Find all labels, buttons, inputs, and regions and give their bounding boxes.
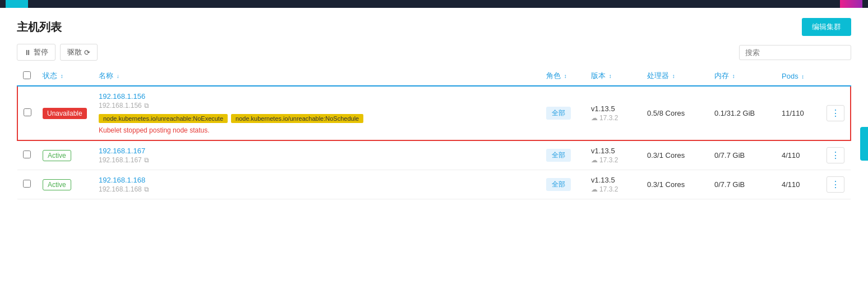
row-version-cell: v1.13.5☁ 17.3.2 bbox=[585, 170, 641, 199]
tags-row: node.kubernetes.io/unreachable:NoExecute… bbox=[99, 114, 535, 123]
status-badge: Unavailable bbox=[43, 108, 87, 119]
row-checkbox-1[interactable] bbox=[23, 151, 31, 158]
row-name-cell: 192.168.1.167192.168.1.167⧉ bbox=[93, 140, 541, 170]
ip-secondary: 192.168.1.168⧉ bbox=[99, 185, 535, 193]
page-header: 主机列表 编辑集群 bbox=[0, 8, 868, 44]
col-status-header[interactable]: 状态 ↕ bbox=[37, 66, 93, 86]
row-pods-cell: 11/110 bbox=[776, 86, 821, 140]
row-role-cell: 全部 bbox=[541, 140, 585, 170]
pause-icon: ⏸ bbox=[24, 48, 31, 57]
row-role-cell: 全部 bbox=[541, 86, 585, 140]
ip-secondary: 192.168.1.156⧉ bbox=[99, 102, 535, 110]
row-cpu-cell: 0.3/1 Cores bbox=[641, 170, 709, 199]
copy-icon[interactable]: ⧉ bbox=[144, 185, 149, 193]
table-row: Active192.168.1.167192.168.1.167⧉全部v1.13… bbox=[17, 140, 851, 170]
edit-cluster-button[interactable]: 编辑集群 bbox=[802, 18, 851, 36]
version-sub: ☁ 17.3.2 bbox=[591, 114, 636, 122]
role-sort-icon: ↕ bbox=[564, 73, 567, 79]
page-title: 主机列表 bbox=[17, 20, 62, 35]
version-main: v1.13.5 bbox=[591, 176, 636, 184]
row-memory-cell: 0.1/31.2 GiB bbox=[709, 86, 776, 140]
col-actions-header bbox=[821, 66, 851, 86]
row-pods-cell: 4/110 bbox=[776, 140, 821, 170]
version-main: v1.13.5 bbox=[591, 147, 636, 155]
row-memory-cell: 0/7.7 GiB bbox=[709, 170, 776, 199]
hosts-table: 状态 ↕ 名称 ↓ 角色 ↕ 版本 ↕ 处理器 ↕ 内存 ↕ P bbox=[17, 66, 851, 199]
row-checkbox-2[interactable] bbox=[23, 180, 31, 188]
ip-primary[interactable]: 192.168.1.167 bbox=[99, 147, 535, 155]
role-badge: 全部 bbox=[546, 149, 571, 162]
row-actions-cell: ⋮ bbox=[821, 86, 851, 140]
mem-sort-icon: ↕ bbox=[732, 73, 735, 79]
copy-icon[interactable]: ⧉ bbox=[144, 102, 149, 110]
ip-primary[interactable]: 192.168.1.168 bbox=[99, 176, 535, 184]
row-actions-button[interactable]: ⋮ bbox=[827, 176, 844, 193]
row-cpu-cell: 0.5/8 Cores bbox=[641, 86, 709, 140]
role-badge: 全部 bbox=[546, 178, 571, 191]
error-message: Kubelet stopped posting node status. bbox=[99, 126, 535, 134]
drive-label: 驱散 bbox=[67, 47, 82, 57]
row-version-cell: v1.13.5☁ 17.3.2 bbox=[585, 86, 641, 140]
scroll-indicator[interactable] bbox=[860, 127, 868, 161]
top-bar bbox=[0, 0, 868, 8]
row-actions-button[interactable]: ⋮ bbox=[827, 105, 844, 121]
pods-sort-icon: ↕ bbox=[801, 74, 804, 80]
copy-icon[interactable]: ⧉ bbox=[144, 156, 149, 164]
top-bar-right-icon bbox=[840, 0, 862, 8]
status-sort-icon: ↕ bbox=[61, 73, 63, 79]
role-badge: 全部 bbox=[546, 107, 571, 120]
row-pods-cell: 4/110 bbox=[776, 170, 821, 199]
row-name-cell: 192.168.1.156192.168.1.156⧉node.kubernet… bbox=[93, 86, 541, 140]
pause-label: 暂停 bbox=[34, 47, 48, 57]
row-checkbox-0[interactable] bbox=[24, 108, 31, 116]
toolbar: ⏸ 暂停 驱散 ⟳ bbox=[0, 44, 868, 66]
tag-badge: node.kubernetes.io/unreachable:NoExecute bbox=[99, 114, 228, 123]
row-checkbox-cell bbox=[17, 140, 37, 170]
cloud-icon: ☁ bbox=[591, 185, 598, 193]
col-version-header[interactable]: 版本 ↕ bbox=[585, 66, 641, 86]
row-cpu-cell: 0.3/1 Cores bbox=[641, 140, 709, 170]
name-sort-icon: ↓ bbox=[117, 73, 119, 79]
ip-primary[interactable]: 192.168.1.156 bbox=[99, 92, 535, 101]
table-row: Active192.168.1.168192.168.1.168⧉全部v1.13… bbox=[17, 170, 851, 199]
col-pods-header[interactable]: Pods ↕ bbox=[776, 66, 821, 86]
row-status-cell: Unavailable bbox=[37, 86, 93, 140]
col-role-header[interactable]: 角色 ↕ bbox=[541, 66, 585, 86]
tag-badge: node.kubernetes.io/unreachable:NoSchedul… bbox=[231, 114, 363, 123]
version-sort-icon: ↕ bbox=[609, 73, 612, 79]
cloud-icon: ☁ bbox=[591, 114, 598, 122]
search-input[interactable] bbox=[739, 45, 851, 60]
row-version-cell: v1.13.5☁ 17.3.2 bbox=[585, 140, 641, 170]
cpu-sort-icon: ↕ bbox=[672, 73, 675, 79]
table-container: 状态 ↕ 名称 ↓ 角色 ↕ 版本 ↕ 处理器 ↕ 内存 ↕ P bbox=[0, 66, 868, 199]
version-sub: ☁ 17.3.2 bbox=[591, 156, 636, 164]
row-role-cell: 全部 bbox=[541, 170, 585, 199]
row-actions-cell: ⋮ bbox=[821, 140, 851, 170]
drive-button[interactable]: 驱散 ⟳ bbox=[60, 44, 98, 61]
col-name-header[interactable]: 名称 ↓ bbox=[93, 66, 541, 86]
cloud-icon: ☁ bbox=[591, 156, 598, 164]
row-checkbox-cell bbox=[17, 86, 37, 140]
row-checkbox-cell bbox=[17, 170, 37, 199]
col-check-header bbox=[17, 66, 37, 86]
ip-secondary: 192.168.1.167⧉ bbox=[99, 156, 535, 164]
version-sub: ☁ 17.3.2 bbox=[591, 185, 636, 193]
row-status-cell: Active bbox=[37, 170, 93, 199]
row-memory-cell: 0/7.7 GiB bbox=[709, 140, 776, 170]
status-badge: Active bbox=[43, 179, 71, 190]
row-name-cell: 192.168.1.168192.168.1.168⧉ bbox=[93, 170, 541, 199]
status-badge: Active bbox=[43, 150, 71, 161]
table-row: Unavailable192.168.1.156192.168.1.156⧉no… bbox=[17, 86, 851, 140]
col-cpu-header[interactable]: 处理器 ↕ bbox=[641, 66, 709, 86]
pause-button[interactable]: ⏸ 暂停 bbox=[17, 44, 56, 61]
row-actions-cell: ⋮ bbox=[821, 170, 851, 199]
col-mem-header[interactable]: 内存 ↕ bbox=[709, 66, 776, 86]
select-all-checkbox[interactable] bbox=[23, 71, 31, 79]
row-status-cell: Active bbox=[37, 140, 93, 170]
refresh-icon: ⟳ bbox=[84, 48, 90, 57]
row-actions-button[interactable]: ⋮ bbox=[827, 147, 844, 163]
logo-icon bbox=[6, 0, 28, 8]
table-header-row: 状态 ↕ 名称 ↓ 角色 ↕ 版本 ↕ 处理器 ↕ 内存 ↕ P bbox=[17, 66, 851, 86]
version-main: v1.13.5 bbox=[591, 104, 636, 113]
